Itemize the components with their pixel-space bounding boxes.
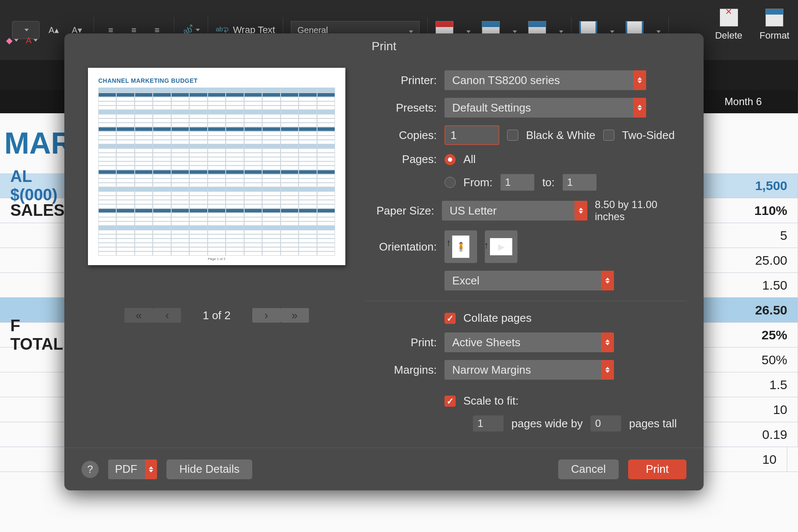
pages-wide-input[interactable] xyxy=(473,415,504,432)
paper-size-value: US Letter xyxy=(450,204,497,218)
pages-from-input[interactable] xyxy=(500,174,535,191)
scale-to-fit-checkbox[interactable] xyxy=(444,396,456,407)
app-options-value: Excel xyxy=(452,274,480,287)
pdf-dropdown[interactable]: PDF xyxy=(108,459,157,479)
pdf-label: PDF xyxy=(115,462,137,476)
stepper-arrows-icon xyxy=(601,360,614,380)
paper-size-select[interactable]: US Letter xyxy=(442,201,587,221)
arrow-up-icon: ↑ xyxy=(446,237,451,248)
pages-from-label: From: xyxy=(463,176,493,189)
stepper-arrows-icon xyxy=(633,70,646,90)
prev-page-button[interactable]: ‹ xyxy=(153,308,181,323)
dialog-footer: ? PDF Hide Details Cancel Print xyxy=(64,447,704,490)
print-what-label: Print: xyxy=(365,336,437,349)
format-label[interactable]: Format xyxy=(759,30,789,41)
copies-label: Copies: xyxy=(365,129,437,142)
last-page-button[interactable]: » xyxy=(281,308,309,323)
dialog-title: Print xyxy=(64,33,704,59)
app-options-select[interactable]: Excel xyxy=(444,271,614,290)
format-cells-icon[interactable] xyxy=(765,9,783,27)
help-icon: ? xyxy=(87,463,93,475)
pages-to-input[interactable] xyxy=(562,174,597,191)
margins-label: Margins: xyxy=(365,363,437,377)
hide-details-button[interactable]: Hide Details xyxy=(166,459,252,479)
preview-grid: /*rows generated below*/ xyxy=(98,88,335,256)
presets-label: Presets: xyxy=(365,101,437,115)
pages-to-label: to: xyxy=(542,176,555,189)
page-indicator: 1 of 2 xyxy=(203,309,230,322)
pages-all-radio[interactable] xyxy=(444,154,456,165)
margins-value: Narrow Margins xyxy=(452,363,531,377)
print-dialog: Print CHANNEL MARKETING BUDGET /*rows ge… xyxy=(64,33,704,490)
margins-select[interactable]: Narrow Margins xyxy=(444,360,614,380)
printer-select[interactable]: Canon TS8200 series xyxy=(444,70,646,90)
col-header-month6[interactable]: Month 6 xyxy=(689,90,798,113)
print-what-value: Active Sheets xyxy=(452,336,520,349)
svg-text:ab: ab xyxy=(216,25,223,33)
pages-label: Pages: xyxy=(365,153,437,166)
pages-all-label: All xyxy=(463,153,476,166)
stepper-arrows-icon xyxy=(574,201,587,221)
orientation-portrait-button[interactable]: ↑🧍 xyxy=(444,230,477,263)
stepper-arrows-icon xyxy=(601,332,614,352)
preview-page: CHANNEL MARKETING BUDGET /*rows generate… xyxy=(88,68,345,265)
delete-label[interactable]: Delete xyxy=(715,30,743,41)
delete-cells-icon[interactable]: ✕ xyxy=(720,9,738,27)
bw-checkbox[interactable] xyxy=(507,130,518,141)
stepper-arrows-icon xyxy=(633,98,646,118)
bw-label: Black & White xyxy=(526,129,595,142)
scale-to-fit-label: Scale to fit: xyxy=(463,394,519,408)
pages-wide-by-label: pages wide by xyxy=(511,417,583,430)
fill-color-dropdown[interactable]: ◆ xyxy=(6,34,18,46)
increase-font-icon[interactable]: A▴ xyxy=(45,21,63,39)
two-sided-label: Two-Sided xyxy=(622,129,675,142)
first-page-button[interactable]: « xyxy=(124,308,153,323)
stepper-arrows-icon xyxy=(145,459,157,479)
print-what-select[interactable]: Active Sheets xyxy=(444,332,614,352)
paper-size-label: Paper Size: xyxy=(365,204,434,218)
print-form: Printer: Canon TS8200 series Presets: De… xyxy=(365,68,686,432)
pages-range-radio[interactable] xyxy=(444,177,456,188)
pages-tall-input[interactable] xyxy=(590,415,621,432)
stepper-arrows-icon xyxy=(601,271,614,290)
collate-label: Collate pages xyxy=(463,311,532,325)
presets-select[interactable]: Default Settings xyxy=(444,98,646,118)
font-color-dropdown[interactable]: A xyxy=(26,34,38,46)
paper-dimensions: 8.50 by 11.00 inches xyxy=(595,199,686,223)
print-preview-pane: CHANNEL MARKETING BUDGET /*rows generate… xyxy=(86,68,348,432)
person-side-icon: ▶ xyxy=(498,242,505,252)
preview-pager: « ‹ 1 of 2 › » xyxy=(124,308,308,323)
print-button[interactable]: Print xyxy=(628,459,686,479)
preview-footer: Page 1 of 2 xyxy=(88,257,345,261)
preview-doc-title: CHANNEL MARKETING BUDGET xyxy=(98,77,335,84)
pages-tall-label: pages tall xyxy=(629,417,677,430)
person-icon: 🧍 xyxy=(456,242,466,252)
presets-value: Default Settings xyxy=(452,101,531,115)
printer-value: Canon TS8200 series xyxy=(452,74,560,87)
cancel-button[interactable]: Cancel xyxy=(558,459,619,479)
divider xyxy=(365,301,686,301)
orientation-label: Orientation: xyxy=(365,240,437,254)
printer-label: Printer: xyxy=(365,74,437,87)
help-button[interactable]: ? xyxy=(82,461,99,478)
copies-input[interactable] xyxy=(444,125,499,145)
arrow-up-icon: ↑ xyxy=(484,240,489,251)
orientation-landscape-button[interactable]: ↑▶ xyxy=(485,230,517,263)
next-page-button[interactable]: › xyxy=(252,308,281,323)
collate-checkbox[interactable] xyxy=(444,313,456,324)
two-sided-checkbox[interactable] xyxy=(603,130,614,141)
